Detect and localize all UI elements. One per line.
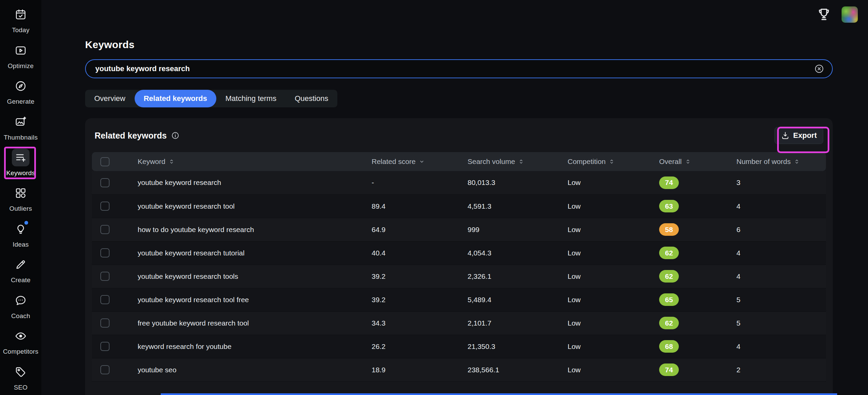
- overall-score-badge: 74: [659, 363, 679, 376]
- sort-both-icon: [608, 158, 615, 165]
- cell-competition: Low: [554, 241, 646, 265]
- cell-search-volume: 5,489.4: [454, 288, 554, 311]
- column-header-competition[interactable]: Competition: [554, 152, 646, 171]
- cell-select: [92, 194, 124, 218]
- sidebar-item-label: Thumbnails: [4, 134, 38, 141]
- table-row[interactable]: youtube seo 18.9 238,566.1 Low 74 2: [92, 358, 826, 381]
- sidebar: Today Optimize Generate Thumbnails Keywo…: [0, 0, 41, 395]
- cell-number-of-words: 2: [723, 358, 826, 381]
- row-checkbox[interactable]: [100, 248, 110, 257]
- sidebar-item-label: Ideas: [13, 241, 28, 248]
- column-header-related-score[interactable]: Related score: [358, 152, 454, 171]
- keywords-table: Keyword Related score Search volume Comp…: [92, 152, 826, 382]
- tab-questions[interactable]: Questions: [285, 90, 337, 107]
- outliers-icon: [12, 184, 29, 202]
- cell-keyword: youtube keyword research: [124, 171, 358, 194]
- sidebar-item-competitors[interactable]: Competitors: [0, 324, 41, 359]
- table-header: Keyword Related score Search volume Comp…: [92, 152, 826, 171]
- row-checkbox[interactable]: [100, 342, 110, 351]
- cell-number-of-words: 6: [723, 218, 826, 241]
- sidebar-item-optimize[interactable]: Optimize: [0, 38, 41, 73]
- table-row[interactable]: youtube keyword research tools 39.2 2,32…: [92, 265, 826, 288]
- sidebar-item-today[interactable]: Today: [0, 2, 41, 38]
- keyword-search-bar: [85, 59, 833, 78]
- sort-both-icon: [518, 158, 525, 165]
- tab-overview[interactable]: Overview: [85, 90, 135, 107]
- cell-related-score: 89.4: [358, 194, 454, 218]
- sidebar-item-seo[interactable]: SEO: [0, 359, 41, 395]
- row-checkbox[interactable]: [100, 202, 110, 211]
- cell-select: [92, 288, 124, 311]
- sidebar-item-generate[interactable]: Generate: [0, 74, 41, 109]
- panel-title: Related keywords: [95, 131, 167, 141]
- cell-related-score: 26.2: [358, 335, 454, 358]
- table-row[interactable]: keyword research for youtube 26.2 21,350…: [92, 335, 826, 358]
- trophy-icon[interactable]: [816, 7, 831, 22]
- table-row[interactable]: youtube keyword research - 80,013.3 Low …: [92, 171, 826, 194]
- row-checkbox[interactable]: [100, 365, 110, 374]
- sidebar-item-label: Coach: [11, 312, 30, 320]
- sidebar-item-label: Today: [12, 26, 29, 34]
- export-button[interactable]: Export: [774, 127, 823, 144]
- table-row[interactable]: free youtube keyword research tool 34.3 …: [92, 311, 826, 335]
- table-row[interactable]: youtube keyword research tutorial 40.4 4…: [92, 241, 826, 265]
- row-checkbox[interactable]: [100, 272, 110, 281]
- clear-search-icon[interactable]: [814, 63, 825, 74]
- app-root: Today Optimize Generate Thumbnails Keywo…: [0, 0, 868, 395]
- tab-matching-terms[interactable]: Matching terms: [216, 90, 285, 107]
- sidebar-item-coach[interactable]: Coach: [0, 288, 41, 324]
- cell-select: [92, 241, 124, 265]
- cell-keyword: youtube keyword research tool free: [124, 288, 358, 311]
- generate-icon: [12, 77, 29, 95]
- column-header-keyword[interactable]: Keyword: [124, 152, 358, 171]
- sidebar-item-keywords[interactable]: Keywords: [0, 145, 41, 181]
- cell-competition: Low: [554, 218, 646, 241]
- competitors-icon: [12, 327, 29, 345]
- cell-competition: Low: [554, 288, 646, 311]
- cell-related-score: 64.9: [358, 218, 454, 241]
- user-avatar[interactable]: [842, 6, 858, 23]
- column-header-overall[interactable]: Overall: [646, 152, 723, 171]
- table-row[interactable]: how to do youtube keyword research 64.9 …: [92, 218, 826, 241]
- search-input[interactable]: [95, 64, 814, 73]
- cell-overall: 74: [646, 358, 723, 381]
- cell-keyword: youtube seo: [124, 358, 358, 381]
- cell-related-score: 34.3: [358, 311, 454, 335]
- row-checkbox[interactable]: [100, 318, 110, 328]
- sidebar-item-label: Keywords: [6, 169, 35, 177]
- cell-select: [92, 358, 124, 381]
- sidebar-item-create[interactable]: Create: [0, 252, 41, 288]
- sort-both-icon: [685, 158, 691, 165]
- overall-score-badge: 68: [659, 340, 679, 353]
- table-row[interactable]: youtube keyword research tool 89.4 4,591…: [92, 194, 826, 218]
- tab-related-keywords[interactable]: Related keywords: [135, 90, 216, 107]
- row-checkbox[interactable]: [100, 225, 110, 234]
- row-checkbox[interactable]: [100, 295, 110, 304]
- topbar: [41, 0, 868, 29]
- sidebar-item-thumbnails[interactable]: Thumbnails: [0, 109, 41, 145]
- info-circle-icon[interactable]: [171, 131, 180, 140]
- cell-overall: 68: [646, 335, 723, 358]
- column-header-search-volume[interactable]: Search volume: [454, 152, 554, 171]
- cell-competition: Low: [554, 335, 646, 358]
- sidebar-item-ideas[interactable]: Ideas: [0, 216, 41, 252]
- cell-search-volume: 4,054.3: [454, 241, 554, 265]
- page-content: Keywords Overview Related keywords Match…: [41, 39, 868, 395]
- cell-keyword: youtube keyword research tutorial: [124, 241, 358, 265]
- cell-number-of-words: 3: [723, 171, 826, 194]
- cell-search-volume: 999: [454, 218, 554, 241]
- overall-score-badge: 74: [659, 176, 679, 189]
- overall-score-badge: 65: [659, 293, 679, 306]
- download-icon: [781, 131, 790, 140]
- cell-related-score: 39.2: [358, 288, 454, 311]
- thumbnails-icon: [12, 113, 29, 131]
- cell-search-volume: 2,326.1: [454, 265, 554, 288]
- notification-dot: [24, 221, 28, 225]
- sidebar-item-outliers[interactable]: Outliers: [0, 181, 41, 216]
- table-row[interactable]: youtube keyword research tool free 39.2 …: [92, 288, 826, 311]
- column-header-number-of-words[interactable]: Number of words: [723, 152, 826, 171]
- sidebar-item-label: Generate: [7, 98, 35, 105]
- row-checkbox[interactable]: [100, 178, 110, 187]
- cell-keyword: keyword research for youtube: [124, 335, 358, 358]
- select-all-checkbox[interactable]: [100, 157, 110, 166]
